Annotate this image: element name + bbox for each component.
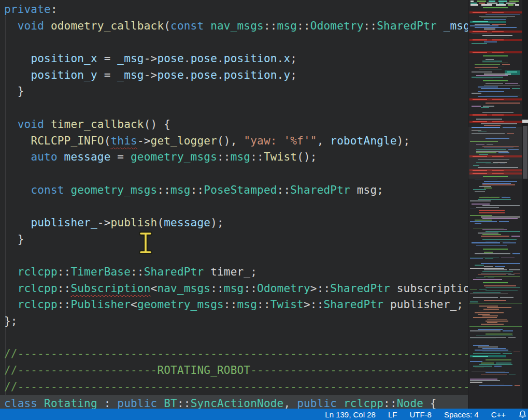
minimap-line [472, 71, 492, 73]
minimap-line [483, 80, 508, 81]
minimap-line [509, 1, 519, 2]
minimap-line [473, 279, 502, 280]
status-item-encoding[interactable]: UTF-8 [409, 410, 432, 419]
minimap-slider[interactable] [468, 127, 523, 179]
code-line[interactable]: class Rotating : public BT::SyncActionNo… [0, 396, 468, 409]
minimap[interactable] [468, 0, 523, 409]
code-line[interactable]: rclcpp::TimerBase::SharedPtr timer_; [0, 264, 468, 281]
minimap-line [483, 106, 494, 107]
code-line[interactable] [0, 166, 468, 182]
minimap-line [482, 352, 511, 353]
minimap-line [482, 348, 506, 349]
minimap-line [470, 380, 500, 381]
code-line[interactable]: rclcpp::Subscription<nav_msgs::msg::Odom… [0, 281, 468, 297]
minimap-line [501, 257, 515, 258]
notifications-bell-icon[interactable] [518, 410, 527, 419]
minimap-line [473, 121, 487, 122]
minimap-line [500, 297, 514, 298]
minimap-line [473, 12, 487, 13]
minimap-line [484, 28, 495, 30]
minimap-line [470, 1, 474, 2]
minimap-line [475, 223, 481, 224]
minimap-line [473, 21, 488, 22]
minimap-line [470, 209, 476, 210]
minimap-line [478, 274, 506, 276]
code-line[interactable]: publisher_->publish(message); [0, 215, 468, 231]
minimap-line [481, 363, 494, 364]
minimap-line [482, 35, 512, 36]
minimap-line [487, 180, 497, 181]
minimap-line [475, 180, 484, 181]
status-item-cursor-position[interactable]: Ln 139, Col 28 [325, 410, 376, 419]
code-line[interactable]: } [0, 83, 468, 100]
minimap-line [511, 236, 520, 237]
minimap-line [481, 216, 520, 218]
code-line[interactable] [0, 198, 468, 215]
minimap-line [473, 99, 487, 100]
minimap-line [475, 265, 484, 266]
minimap-line [487, 322, 497, 323]
code-line[interactable]: } [0, 231, 468, 248]
minimap-line [484, 125, 501, 126]
code-line[interactable] [0, 34, 468, 51]
minimap-line [478, 96, 518, 97]
minimap-line [473, 345, 489, 346]
minimap-line [499, 3, 503, 4]
code-line[interactable]: void timer_callback() { [0, 117, 468, 133]
minimap-line [470, 221, 497, 222]
minimap-line [479, 212, 505, 213]
code-line[interactable]: rclcpp::Publisher<geometry_msgs::msg::Tw… [0, 297, 468, 313]
minimap-line [486, 359, 511, 360]
minimap-line [473, 39, 487, 40]
minimap-line [512, 88, 520, 89]
code-line[interactable]: const geometry_msgs::msg::PoseStamped::S… [0, 182, 468, 199]
code-line[interactable] [0, 248, 468, 264]
minimap-line [470, 268, 504, 269]
minimap-line [482, 61, 502, 62]
code-line[interactable]: }; [0, 313, 468, 330]
minimap-line [507, 71, 517, 73]
minimap-line [482, 196, 489, 197]
scrollbar[interactable] [522, 0, 528, 409]
code-line[interactable]: //--------------------------------------… [0, 346, 468, 363]
minimap-line [492, 52, 504, 53]
code-line[interactable]: position_y = _msg->pose.pose.position.y; [0, 67, 468, 84]
status-item-language[interactable]: C++ [491, 410, 506, 419]
scrollbar-thumb[interactable] [523, 126, 527, 179]
status-item-indentation[interactable]: Spaces: 4 [444, 410, 479, 419]
overview-cursor-marker [522, 120, 528, 123]
minimap-line [486, 231, 520, 232]
minimap-line [481, 236, 509, 237]
minimap-line [482, 239, 517, 240]
minimap-line [483, 282, 508, 283]
minimap-line [496, 363, 511, 364]
minimap-line [470, 337, 506, 338]
minimap-line [508, 4, 514, 6]
minimap-line [484, 266, 493, 267]
code-line[interactable]: position_x = _msg->pose.pose.position.x; [0, 51, 468, 67]
code-line[interactable]: //---------------------ROTATING_ROBOT---… [0, 363, 468, 379]
minimap-line [473, 228, 504, 229]
code-line[interactable] [0, 100, 468, 117]
minimap-line [481, 18, 507, 19]
minimap-line [482, 66, 504, 67]
minimap-line [484, 187, 492, 189]
minimap-line [479, 306, 498, 307]
minimap-line [494, 366, 502, 367]
code-line[interactable]: void odometry_callback(const nav_msgs::m… [0, 18, 468, 35]
minimap-line [515, 385, 520, 386]
minimap-line [486, 15, 520, 16]
status-item-eol[interactable]: LF [388, 410, 397, 419]
code-area[interactable]: private: void odometry_callback(const na… [0, 0, 468, 409]
minimap-line [500, 241, 510, 242]
code-line[interactable]: //--------------------------------------… [0, 379, 468, 396]
minimap-line [481, 107, 489, 108]
code-line[interactable] [0, 330, 468, 346]
code-line[interactable]: RCLCPP_INFO(this->get_logger(), "yaw: '%… [0, 133, 468, 150]
minimap-line [476, 336, 513, 337]
code-line[interactable]: private: [0, 2, 468, 18]
minimap-line [472, 106, 481, 107]
code-line[interactable]: auto message = geometry_msgs::msg::Twist… [0, 149, 468, 166]
minimap-line [470, 215, 492, 216]
minimap-line [486, 287, 520, 288]
